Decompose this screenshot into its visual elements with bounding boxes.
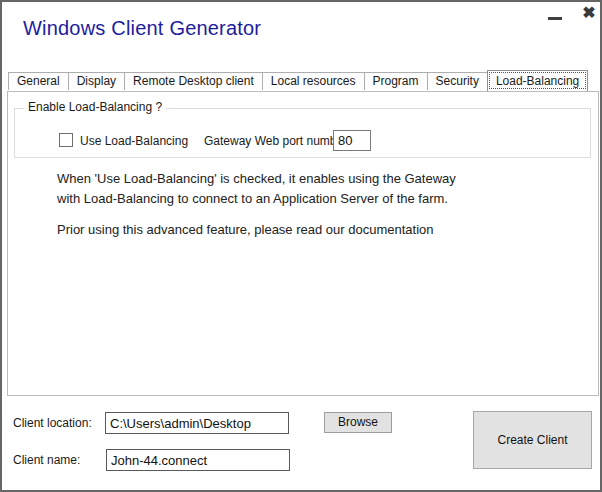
tab-local-resources[interactable]: Local resources	[262, 72, 365, 90]
gateway-port-input[interactable]	[333, 130, 371, 151]
page-title: Windows Client Generator	[23, 17, 261, 40]
tab-remote-desktop-client[interactable]: Remote Desktop client	[124, 72, 263, 90]
close-button[interactable]: ✖	[578, 3, 600, 23]
minimize-icon	[548, 17, 562, 20]
tab-bar: General Display Remote Desktop client Lo…	[8, 70, 587, 90]
client-name-input[interactable]	[106, 449, 290, 471]
tab-display[interactable]: Display	[68, 72, 125, 90]
use-load-balancing-label[interactable]: Use Load-Balancing	[80, 134, 188, 148]
client-location-label: Client location:	[13, 416, 92, 430]
minimize-button[interactable]	[546, 8, 566, 24]
enable-load-balancing-group: Enable Load-Balancing ?	[14, 108, 591, 158]
tab-security[interactable]: Security	[427, 72, 488, 90]
description-line-1: When 'Use Load-Balancing' is checked, it…	[57, 171, 456, 186]
description-line-3: Prior using this advanced feature, pleas…	[57, 222, 434, 237]
windows-client-generator-dialog: Windows Client Generator ✖ General Displ…	[0, 0, 602, 492]
gateway-port-label: Gateway Web port number	[204, 134, 347, 148]
tab-program[interactable]: Program	[364, 72, 428, 90]
close-icon: ✖	[582, 4, 595, 21]
description-line-2: with Load-Balancing to connect to an App…	[57, 191, 448, 206]
tab-load-balancing[interactable]: Load-Balancing	[487, 70, 588, 91]
client-name-label: Client name:	[13, 453, 80, 467]
group-title: Enable Load-Balancing ?	[24, 100, 166, 114]
browse-button[interactable]: Browse	[324, 412, 392, 433]
create-client-button[interactable]: Create Client	[473, 411, 592, 469]
client-location-input[interactable]	[105, 412, 289, 434]
tab-general[interactable]: General	[8, 72, 69, 90]
use-load-balancing-checkbox[interactable]	[59, 133, 73, 147]
